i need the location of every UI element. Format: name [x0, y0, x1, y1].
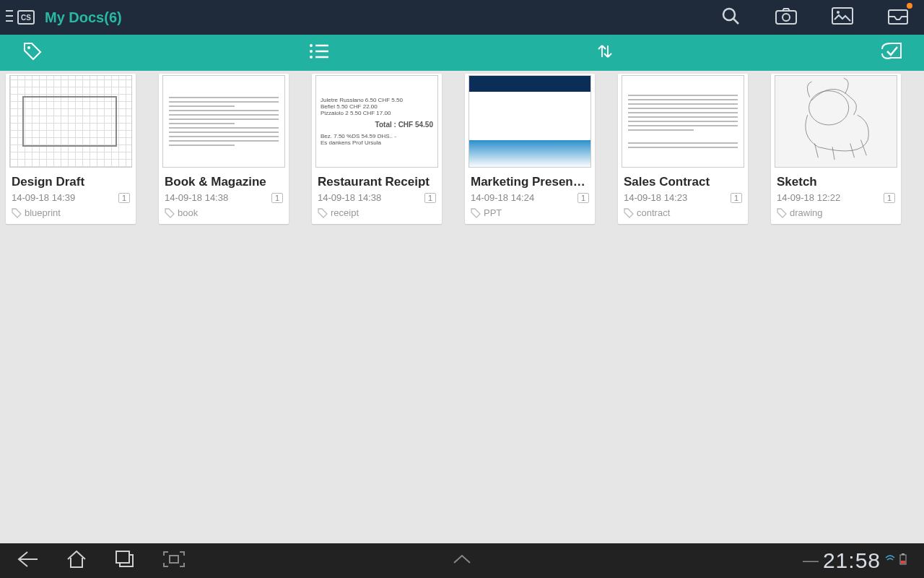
document-card[interactable]: Sales Contract 14-09-18 14:23 1 contract [618, 74, 748, 224]
page-count-badge: 1 [578, 193, 589, 203]
tag-small-icon [165, 208, 175, 218]
app-header: CS My Docs(6) [0, 0, 924, 35]
battery-icon [899, 553, 907, 568]
svg-rect-1 [776, 11, 796, 24]
tag-small-icon [12, 208, 22, 218]
document-tag: book [178, 207, 198, 218]
document-tag: contract [637, 207, 670, 218]
collapse-icon[interactable]: — [803, 551, 819, 570]
page-count-badge: 1 [118, 193, 130, 203]
document-date: 14-09-18 12:22 [777, 192, 840, 203]
svg-rect-16 [901, 561, 905, 564]
document-card[interactable]: Design Draft 14-09-18 14:39 1 blueprint [6, 74, 136, 224]
page-count-badge: 1 [271, 193, 283, 203]
document-card[interactable]: Marketing Presentation 14-09-18 14:24 1 … [465, 74, 595, 224]
svg-rect-15 [902, 553, 905, 555]
svg-point-9 [310, 56, 313, 59]
tag-small-icon [318, 208, 328, 218]
svg-rect-12 [116, 551, 129, 563]
document-date: 14-09-18 14:38 [165, 192, 228, 203]
svg-rect-3 [832, 8, 853, 24]
document-date: 14-09-18 14:39 [12, 192, 75, 203]
select-icon[interactable] [881, 42, 902, 64]
document-thumbnail [622, 75, 744, 168]
sort-icon[interactable] [595, 41, 615, 64]
home-icon[interactable] [66, 550, 87, 571]
expand-up-icon[interactable] [453, 554, 471, 567]
system-nav-bar: — 21:58 [0, 543, 924, 578]
camera-icon[interactable] [775, 7, 797, 27]
document-date: 14-09-18 14:23 [624, 192, 687, 203]
document-card[interactable]: Juletre Russlano 6.50 CHF 5.50 Befiel 5.… [312, 74, 442, 224]
recent-apps-icon[interactable] [116, 551, 134, 571]
action-bar [0, 35, 924, 71]
svg-point-0 [723, 9, 735, 20]
document-tag: drawing [790, 207, 823, 218]
page-count-badge: 1 [884, 193, 895, 203]
svg-point-7 [310, 44, 313, 47]
document-title: Design Draft [6, 172, 136, 191]
document-date: 14-09-18 14:38 [318, 192, 381, 203]
page-title: My Docs(6) [45, 9, 122, 26]
app-logo[interactable]: CS [17, 10, 35, 25]
tag-small-icon [777, 208, 787, 218]
document-title: Sales Contract [618, 172, 748, 191]
document-thumbnail [775, 75, 897, 168]
inbox-icon[interactable] [888, 7, 908, 27]
document-thumbnail: Juletre Russlano 6.50 CHF 5.50 Befiel 5.… [315, 75, 438, 168]
document-title: Restaurant Receipt [312, 172, 442, 191]
document-thumbnail [468, 75, 591, 168]
svg-point-6 [27, 46, 30, 49]
tag-icon[interactable] [22, 40, 43, 65]
document-title: Sketch [771, 172, 901, 191]
gallery-icon[interactable] [832, 7, 853, 27]
page-count-badge: 1 [731, 193, 742, 203]
svg-point-8 [310, 50, 313, 53]
document-card[interactable]: Book & Magazine 14-09-18 14:38 1 book [159, 74, 289, 224]
document-tag: PPT [484, 207, 502, 218]
svg-point-10 [809, 91, 849, 125]
wifi-icon [885, 554, 895, 567]
page-count-badge: 1 [424, 193, 436, 203]
document-thumbnail [162, 75, 285, 168]
tag-small-icon [471, 208, 481, 218]
notification-dot [907, 3, 912, 9]
svg-point-2 [783, 14, 790, 21]
menu-icon[interactable] [6, 8, 13, 27]
document-title: Marketing Presentation [465, 172, 595, 191]
search-icon[interactable] [720, 6, 741, 29]
document-grid: Design Draft 14-09-18 14:39 1 blueprint … [0, 71, 924, 227]
screenshot-icon[interactable] [163, 551, 185, 570]
svg-rect-13 [170, 556, 178, 563]
document-thumbnail [9, 75, 132, 168]
svg-point-4 [837, 11, 840, 14]
document-tag: blueprint [25, 207, 61, 218]
back-icon[interactable] [17, 551, 38, 571]
document-card[interactable]: Sketch 14-09-18 12:22 1 drawing [771, 74, 901, 224]
document-tag: receipt [331, 207, 359, 218]
list-view-icon[interactable] [309, 43, 329, 63]
tag-small-icon [624, 208, 634, 218]
clock[interactable]: 21:58 [823, 548, 881, 573]
document-title: Book & Magazine [159, 172, 289, 191]
document-date: 14-09-18 14:24 [471, 192, 534, 203]
